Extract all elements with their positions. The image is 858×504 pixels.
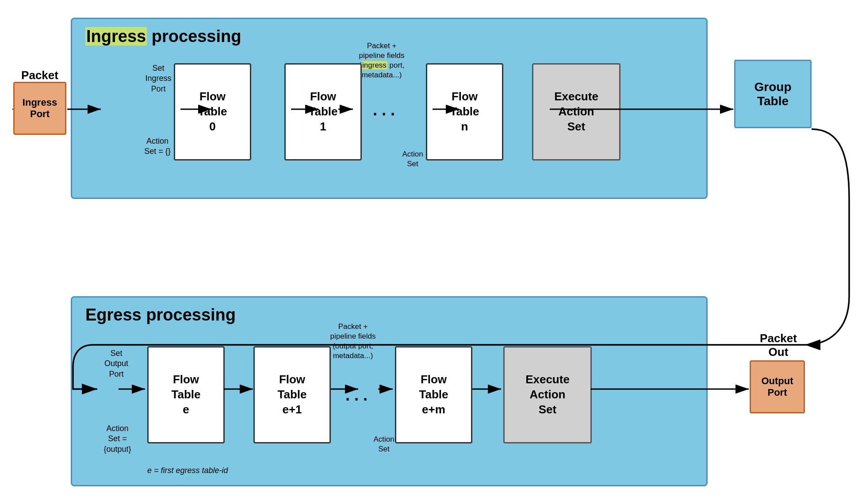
ingress-port-box: IngressPort [13,82,66,135]
ingress-highlight: Ingress [85,27,147,46]
egress-flow-table-em: FlowTablee+m [395,346,472,443]
egress-execute-action-set: ExecuteActionSet [503,346,592,443]
egress-section: Egress processing SetOutputPort ActionSe… [71,296,708,486]
egress-flow-table-e: FlowTablee [147,346,225,443]
ingress-section: Ingress processing SetIngressPort Action… [71,18,708,199]
egress-title: Egress processing [85,305,236,325]
egress-action-label: ActionSet ={output} [94,424,141,454]
diagram-container: Ingress processing SetIngressPort Action… [0,0,858,504]
group-table-box: GroupTable [734,60,812,128]
packet-out-label: PacketOut [747,332,809,359]
ingress-dots: · · · [373,105,395,124]
output-port-box: OutputPort [750,360,805,413]
egress-flow-table-e1: FlowTablee+1 [253,346,331,443]
ingress-flow-table-n: FlowTablen [426,63,503,160]
ingress-execute-action-set: ExecuteActionSet [532,63,621,160]
egress-set-label: SetOutputPort [96,348,136,379]
egress-dots: · · · [345,390,368,409]
ingress-set-label: SetIngressPort [141,63,176,94]
ingress-flow-table-0: FlowTable0 [174,63,251,160]
egress-footnote: e = first egress table-id [147,466,228,475]
ingress-action-label: ActionSet = {} [138,136,177,157]
ingress-title: Ingress processing [85,27,241,46]
ingress-flow-table-1: FlowTable1 [284,63,362,160]
